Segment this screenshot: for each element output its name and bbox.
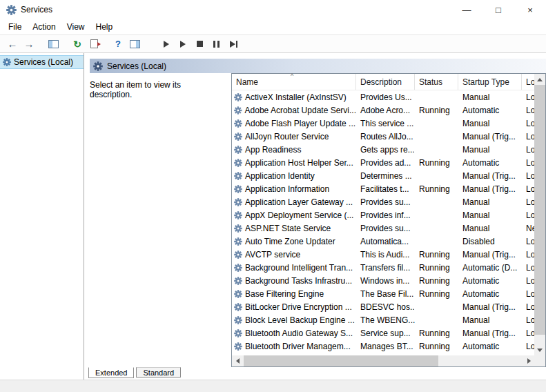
toolbar-separator [150,37,158,52]
service-description: Provides su... [356,195,415,208]
vertical-scroll-thumb[interactable] [534,85,545,335]
service-gear-icon [234,119,242,128]
column-header-description[interactable]: Description [356,74,415,90]
column-header-log-on-as[interactable]: Lo [522,74,534,90]
service-row[interactable]: Application Layer Gateway ...Provides su… [232,195,534,208]
service-startup-type: Automatic [458,156,522,169]
service-description: Transfers fil... [356,261,415,274]
service-status [415,169,458,182]
service-name-cell: AVCTP service [232,248,356,261]
service-name-cell: AppX Deployment Service (... [232,208,356,222]
service-row[interactable]: Bluetooth Driver Managem...Manages BT...… [232,340,534,353]
service-description: Adobe Acro... [356,104,415,117]
service-row[interactable]: Auto Time Zone UpdaterAutomatica...Disab… [232,235,534,248]
service-name-cell: Bluetooth Audio Gateway S... [232,326,356,340]
scroll-right-button[interactable] [523,355,534,366]
service-row[interactable]: Base Filtering EngineThe Base Fil...Runn… [232,287,534,300]
service-status: Running [415,248,458,261]
export-list-button[interactable] [86,37,102,52]
column-header-startup-type[interactable]: Startup Type [458,74,522,90]
service-startup-type: Manual [458,143,522,156]
service-log-on-as: Lo [522,182,534,195]
service-status [415,313,458,326]
service-status: Running [415,182,458,195]
service-gear-icon [234,185,242,193]
menu-file[interactable]: File [3,20,27,34]
service-row[interactable]: Adobe Flash Player Update ...This servic… [232,117,534,130]
horizontal-scroll-thumb[interactable] [244,355,438,366]
service-row[interactable]: Background Tasks Infrastru...Windows in.… [232,274,534,287]
service-row[interactable]: Background Intelligent Tran...Transfers … [232,261,534,274]
scroll-down-button[interactable] [534,344,545,355]
service-row[interactable]: Block Level Backup Engine ...The WBENG..… [232,313,534,326]
service-log-on-as: Lo [522,208,534,222]
service-startup-type: Automatic [458,287,522,300]
column-header-name[interactable]: Name [232,74,356,90]
services-header-icon [93,61,103,71]
service-row[interactable]: AllJoyn Router ServiceRoutes AllJo...Man… [232,130,534,143]
menu-help[interactable]: Help [90,20,119,34]
service-description: BDESVC hos... [356,300,415,313]
tab-extended[interactable]: Extended [88,367,134,378]
service-name-cell: AllJoyn Router Service [232,130,356,143]
vertical-scrollbar[interactable] [534,74,545,355]
service-status [415,117,458,130]
restart-service-icon [230,41,235,48]
service-log-on-as: Lo [522,143,534,156]
resume-service-button[interactable] [175,37,191,52]
service-name: AllJoyn Router Service [245,132,329,141]
show-action-pane-button[interactable] [126,37,143,52]
minimize-button[interactable]: — [451,0,482,19]
show-console-tree-button[interactable] [45,37,61,52]
service-row[interactable]: Adobe Acrobat Update Servi...Adobe Acro.… [232,104,534,117]
service-log-on-as: Lo [522,117,534,130]
service-row[interactable]: AVCTP serviceThis is Audi...RunningManua… [232,248,534,261]
help-button[interactable]: ? [110,37,126,52]
service-name-cell: Adobe Flash Player Update ... [232,117,356,130]
maximize-button[interactable]: □ [482,0,514,19]
scroll-up-button[interactable] [534,74,545,85]
service-name: Base Filtering Engine [245,289,324,299]
service-status: Running [415,340,458,353]
forward-button[interactable]: → [21,37,37,52]
pane-header-title: Services (Local) [107,61,166,71]
service-row[interactable]: ASP.NET State ServiceProvides su...Manua… [232,222,534,235]
service-name: Background Intelligent Tran... [245,263,353,273]
pause-service-icon [213,41,220,48]
service-row[interactable]: Bluetooth Audio Gateway S...Service sup.… [232,326,534,340]
close-button[interactable]: × [514,0,546,19]
service-name: Bluetooth Audio Gateway S... [245,329,353,338]
tab-standard[interactable]: Standard [136,367,181,378]
service-description: Manages BT... [356,340,415,353]
service-row[interactable]: BitLocker Drive Encryption ...BDESVC hos… [232,300,534,313]
service-startup-type: Manual (Trig... [458,182,522,195]
service-row[interactable]: Application InformationFacilitates t...R… [232,182,534,195]
service-description: Gets apps re... [356,143,415,156]
service-startup-type: Manual (Trig... [458,169,522,182]
menu-action[interactable]: Action [27,20,61,34]
service-name: AVCTP service [245,250,300,259]
menu-view[interactable]: View [61,20,90,34]
service-startup-type: Manual (Trig... [458,248,522,261]
service-description: Service sup... [356,326,415,340]
pause-service-button[interactable] [208,37,224,52]
triangle-up-icon [537,78,543,81]
start-service-button[interactable] [158,37,175,52]
restart-service-button[interactable] [224,37,241,52]
service-row[interactable]: Application Host Helper Ser...Provides a… [232,156,534,169]
stop-service-button[interactable] [191,37,208,52]
service-name-cell: Application Host Helper Ser... [232,156,356,169]
service-row[interactable]: Application IdentityDetermines ...Manual… [232,169,534,182]
horizontal-scrollbar[interactable] [232,355,534,366]
service-row[interactable]: App ReadinessGets apps re...ManualLo [232,143,534,156]
show-action-pane-icon [130,40,140,48]
tree-item-services-local[interactable]: Services (Local) [0,55,84,69]
refresh-button[interactable]: ↻ [69,37,86,52]
service-row[interactable]: ActiveX Installer (AxInstSV)Provides Us.… [232,90,534,104]
column-header-status[interactable]: Status [415,74,458,90]
service-gear-icon [234,303,242,311]
service-gear-icon [234,316,242,324]
back-button[interactable]: ← [4,37,21,52]
scroll-left-button[interactable] [232,355,243,366]
service-row[interactable]: AppX Deployment Service (...Provides inf… [232,208,534,222]
